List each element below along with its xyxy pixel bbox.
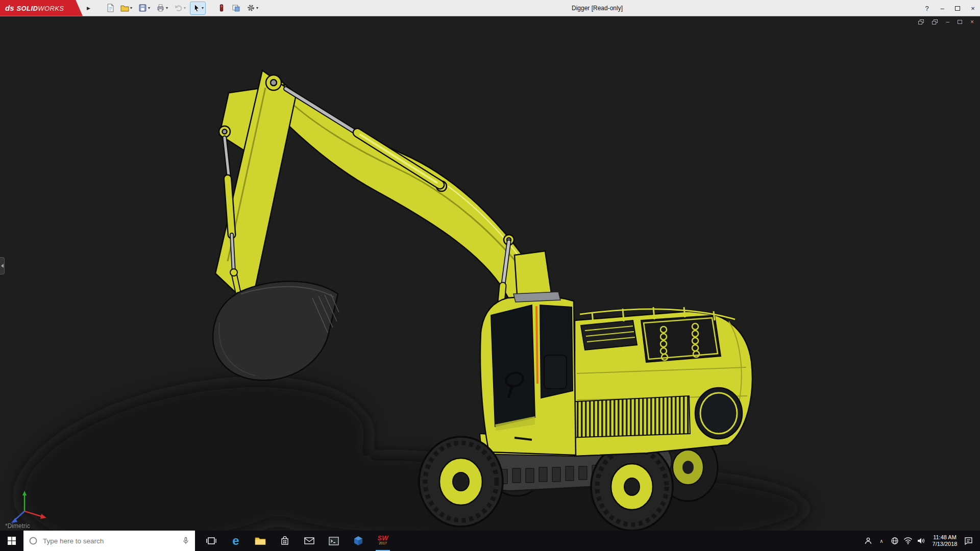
feature-pane-collapse-tab[interactable] bbox=[0, 257, 5, 274]
appearance-icon bbox=[217, 4, 226, 12]
clock-time: 11:48 AM bbox=[928, 534, 962, 541]
people-tray-icon[interactable] bbox=[862, 537, 875, 545]
wifi-icon[interactable] bbox=[901, 537, 915, 544]
solidworks-wordmark: SOLIDWORKS bbox=[17, 4, 64, 13]
options-button[interactable]: ▾ bbox=[244, 2, 260, 15]
doc-cascade-icon-2[interactable] bbox=[932, 19, 938, 24]
open-dropdown-arrow-icon[interactable]: ▾ bbox=[130, 6, 132, 10]
app-mail[interactable] bbox=[297, 531, 322, 551]
windows-taskbar: e bbox=[0, 531, 980, 551]
select-button[interactable]: ▾ bbox=[190, 2, 206, 15]
cortana-icon bbox=[29, 536, 38, 545]
file-explorer-icon bbox=[255, 536, 266, 545]
network-globe-icon[interactable] bbox=[888, 537, 901, 545]
console-icon bbox=[329, 537, 339, 545]
save-dropdown-arrow-icon[interactable]: ▾ bbox=[148, 6, 150, 10]
maximize-button[interactable] bbox=[953, 5, 962, 12]
save-icon bbox=[138, 4, 147, 12]
view-settings-icon bbox=[232, 4, 240, 12]
windows-logo-icon bbox=[7, 536, 16, 545]
tray-overflow-chevron-icon[interactable]: ∧ bbox=[875, 538, 888, 544]
options-gear-icon bbox=[247, 4, 255, 12]
help-button[interactable]: ? bbox=[923, 5, 931, 12]
view-orientation-label: *Dimetric bbox=[5, 522, 30, 530]
doc-close-button[interactable]: × bbox=[970, 18, 974, 26]
collapse-arrow-icon bbox=[1, 264, 4, 268]
store-icon bbox=[280, 536, 290, 546]
task-view-button[interactable] bbox=[199, 531, 224, 551]
document-title: Digger [Read-only] bbox=[561, 0, 633, 16]
graphics-viewport[interactable]: – × bbox=[0, 16, 980, 531]
3d-model-digger[interactable] bbox=[0, 16, 980, 531]
undo-dropdown-arrow-icon[interactable]: ▾ bbox=[184, 6, 186, 10]
edge-icon: e bbox=[232, 534, 239, 548]
task-view-icon bbox=[206, 536, 216, 545]
minimize-button[interactable]: – bbox=[938, 5, 946, 12]
close-button[interactable]: × bbox=[969, 5, 977, 12]
system-tray: ∧ 11:48 AM 7/13/2018 bbox=[862, 531, 980, 551]
doc-restore-button[interactable] bbox=[958, 18, 962, 26]
excavator-boom bbox=[215, 70, 552, 307]
select-cursor-icon bbox=[192, 4, 201, 12]
mail-icon bbox=[304, 537, 314, 545]
app-edrawings[interactable] bbox=[346, 531, 371, 551]
taskbar-clock[interactable]: 11:48 AM 7/13/2018 bbox=[928, 534, 962, 547]
ds-logo-icon: ds bbox=[5, 4, 14, 12]
excavator-cab bbox=[480, 292, 576, 455]
search-input[interactable] bbox=[42, 537, 178, 545]
excavator-bucket bbox=[213, 281, 339, 380]
solidworks-titlebar: ds SOLIDWORKS ▶ ▾ ▾ ▾ ▾ ▾ bbox=[0, 0, 980, 16]
print-button[interactable]: ▾ bbox=[154, 2, 170, 15]
rear-left-wheel bbox=[591, 443, 673, 531]
options-dropdown-arrow-icon[interactable]: ▾ bbox=[256, 6, 258, 10]
app-solidworks-2017[interactable]: SW 2017 bbox=[371, 531, 395, 551]
open-icon bbox=[120, 4, 129, 12]
doc-restore-icon bbox=[958, 20, 962, 24]
taskbar-search[interactable] bbox=[23, 531, 195, 551]
select-dropdown-arrow-icon[interactable]: ▾ bbox=[202, 6, 204, 10]
maximize-icon bbox=[955, 6, 960, 11]
start-button[interactable] bbox=[0, 531, 23, 551]
menu-flyout-arrow-icon[interactable]: ▶ bbox=[87, 6, 90, 11]
solidworks-2017-icon: SW 2017 bbox=[378, 536, 388, 546]
undo-button[interactable]: ▾ bbox=[172, 2, 188, 15]
new-document-button[interactable] bbox=[104, 2, 116, 15]
window-controls: ? – × bbox=[923, 0, 977, 16]
save-button[interactable]: ▾ bbox=[136, 2, 152, 15]
appearance-button[interactable] bbox=[215, 2, 228, 15]
standard-toolbar: ▾ ▾ ▾ ▾ ▾ ▾ bbox=[104, 2, 260, 15]
print-dropdown-arrow-icon[interactable]: ▾ bbox=[166, 6, 168, 10]
app-edge[interactable]: e bbox=[224, 531, 248, 551]
open-button[interactable]: ▾ bbox=[118, 2, 134, 15]
microphone-icon[interactable] bbox=[182, 537, 190, 545]
view-settings-button[interactable] bbox=[230, 2, 242, 15]
app-store[interactable] bbox=[273, 531, 297, 551]
new-document-icon bbox=[106, 4, 114, 12]
document-window-controls: – × bbox=[918, 18, 974, 26]
front-left-wheel bbox=[419, 437, 503, 527]
app-file-explorer[interactable] bbox=[248, 531, 273, 551]
action-center-icon[interactable] bbox=[962, 537, 975, 545]
undo-icon bbox=[174, 4, 183, 12]
taskbar-apps: e bbox=[199, 531, 395, 551]
app-console[interactable] bbox=[322, 531, 346, 551]
print-icon bbox=[156, 4, 165, 12]
blue-cube-icon bbox=[353, 536, 363, 546]
solidworks-logo: ds SOLIDWORKS bbox=[0, 0, 83, 16]
doc-cascade-icon[interactable] bbox=[918, 19, 924, 24]
doc-minimize-button[interactable]: – bbox=[946, 18, 949, 26]
clock-date: 7/13/2018 bbox=[928, 541, 962, 547]
volume-icon[interactable] bbox=[915, 537, 928, 544]
